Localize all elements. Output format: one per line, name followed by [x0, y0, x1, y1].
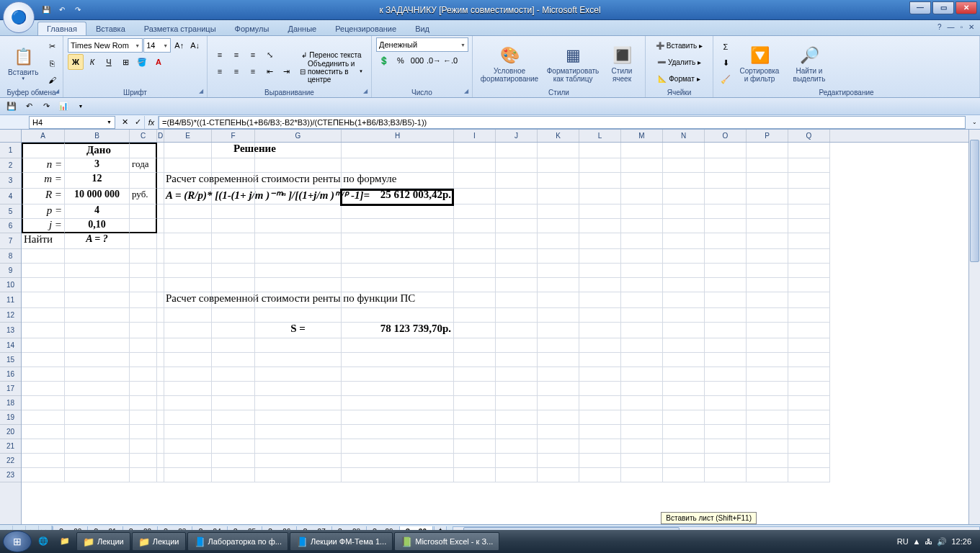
row-header[interactable]: 14 — [0, 338, 21, 353]
cell[interactable] — [130, 219, 157, 233]
cell[interactable]: m = — [22, 173, 65, 189]
cell[interactable] — [255, 382, 342, 396]
cell[interactable] — [255, 158, 342, 173]
doc-close-icon[interactable]: ✕ — [968, 23, 974, 31]
cell[interactable] — [663, 410, 705, 425]
help-icon[interactable]: ? — [937, 23, 942, 31]
cell[interactable] — [157, 158, 164, 173]
col-header[interactable]: A — [22, 130, 65, 142]
cell[interactable] — [255, 353, 342, 367]
cell[interactable] — [212, 308, 255, 323]
merge-center-button[interactable]: ⊟ Объединить и поместить в центре ▼ — [296, 63, 367, 79]
cell[interactable] — [130, 143, 157, 158]
find-select-button[interactable]: 🔎Найти и выделить — [785, 42, 833, 85]
cell[interactable] — [212, 189, 255, 204]
cell[interactable] — [663, 439, 705, 454]
cell[interactable] — [621, 323, 663, 338]
comma-button[interactable]: 000 — [409, 53, 425, 68]
cell[interactable] — [788, 158, 830, 173]
cell[interactable] — [747, 308, 788, 323]
cell[interactable] — [747, 425, 788, 439]
col-header[interactable]: K — [538, 130, 579, 142]
cell[interactable]: p = — [22, 204, 65, 219]
cell[interactable] — [22, 468, 65, 482]
cell[interactable] — [705, 454, 747, 468]
delete-cells-button[interactable]: ➖ Удалить ▸ — [654, 54, 705, 70]
cell[interactable] — [65, 367, 130, 382]
row-header[interactable]: 5 — [0, 204, 21, 219]
network-icon[interactable]: 🖧 — [925, 537, 932, 546]
row-header[interactable]: 8 — [0, 249, 21, 264]
cell[interactable] — [454, 173, 496, 189]
cell[interactable] — [579, 292, 621, 308]
cell[interactable] — [164, 367, 212, 382]
cell[interactable] — [705, 219, 747, 233]
cell[interactable] — [747, 278, 788, 292]
cell[interactable] — [22, 439, 65, 454]
row-header[interactable]: 21 — [0, 439, 21, 454]
font-size-combo[interactable]: 14▼ — [143, 38, 171, 53]
cell[interactable] — [212, 173, 255, 189]
cell[interactable] — [705, 425, 747, 439]
cell[interactable] — [705, 189, 747, 204]
cell[interactable] — [130, 204, 157, 219]
cell[interactable] — [496, 204, 538, 219]
cell[interactable] — [342, 396, 454, 410]
cell[interactable] — [65, 396, 130, 410]
cell[interactable] — [454, 338, 496, 353]
cell[interactable] — [621, 233, 663, 249]
cell[interactable] — [747, 219, 788, 233]
row-header[interactable]: 20 — [0, 425, 21, 439]
cell[interactable] — [157, 173, 164, 189]
col-header[interactable]: D — [157, 130, 164, 142]
cell[interactable] — [157, 233, 164, 249]
cell[interactable] — [164, 468, 212, 482]
col-header[interactable]: Q — [788, 130, 830, 142]
cell[interactable] — [496, 410, 538, 425]
cell[interactable] — [496, 143, 538, 158]
cell[interactable] — [164, 425, 212, 439]
cell[interactable] — [747, 292, 788, 308]
cell[interactable] — [621, 468, 663, 482]
cell[interactable] — [22, 264, 65, 278]
cell[interactable] — [65, 264, 130, 278]
cell[interactable] — [130, 353, 157, 367]
decrease-indent-button[interactable]: ⇤ — [262, 63, 277, 79]
cell[interactable] — [663, 292, 705, 308]
cell[interactable] — [130, 396, 157, 410]
cell[interactable] — [496, 292, 538, 308]
autosum-button[interactable]: Σ — [718, 39, 734, 55]
cell[interactable] — [22, 353, 65, 367]
qat-redo-icon[interactable]: ↷ — [71, 3, 85, 16]
cell[interactable] — [496, 158, 538, 173]
cell[interactable] — [22, 425, 65, 439]
cell[interactable] — [621, 249, 663, 264]
cell[interactable] — [255, 233, 342, 249]
cell[interactable] — [663, 425, 705, 439]
cell[interactable] — [621, 292, 663, 308]
cell[interactable]: S = — [255, 323, 342, 338]
cell[interactable] — [342, 264, 454, 278]
cell[interactable] — [538, 204, 579, 219]
cell[interactable] — [538, 367, 579, 382]
cell[interactable] — [22, 292, 65, 308]
cell[interactable] — [579, 454, 621, 468]
cell[interactable] — [342, 353, 454, 367]
cell[interactable] — [788, 396, 830, 410]
cell[interactable] — [538, 396, 579, 410]
cell[interactable] — [621, 189, 663, 204]
cell[interactable] — [663, 367, 705, 382]
cell[interactable] — [579, 219, 621, 233]
cell[interactable]: 0,10 — [65, 219, 130, 233]
cell[interactable] — [342, 308, 454, 323]
cell[interactable] — [663, 308, 705, 323]
cell[interactable] — [621, 219, 663, 233]
cell[interactable] — [212, 323, 255, 338]
align-right-button[interactable]: ≡ — [245, 63, 261, 79]
enter-formula-icon[interactable]: ✓ — [131, 114, 144, 130]
clipboard-dialog-icon[interactable]: ◢ — [53, 87, 61, 96]
cell[interactable] — [788, 292, 830, 308]
cell[interactable] — [454, 292, 496, 308]
borders-button[interactable]: ⊞ — [117, 54, 133, 70]
taskbar-item[interactable]: 📁Лекции — [76, 532, 130, 551]
